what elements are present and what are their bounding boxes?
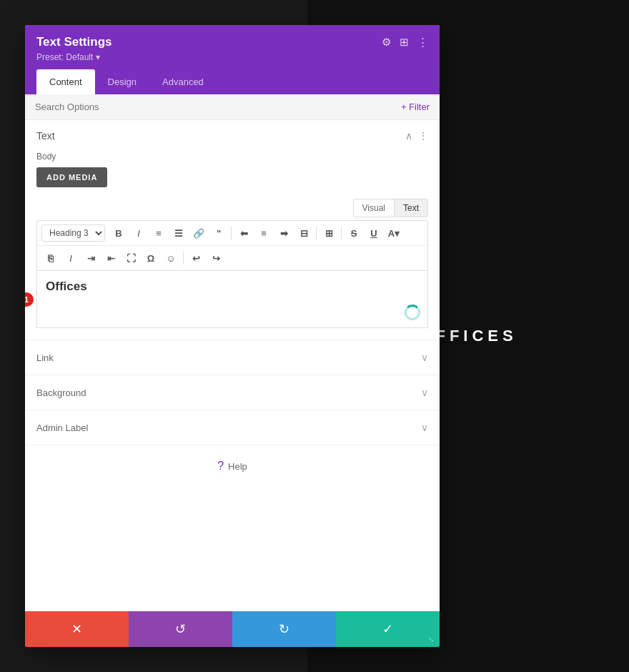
background-section-title: Background (36, 387, 86, 398)
tab-design[interactable]: Design (95, 69, 149, 94)
background-section: Background ∨ (25, 375, 440, 410)
search-input[interactable] (35, 102, 401, 112)
panel-footer: ✕ ↺ ↻ ✓ (25, 611, 440, 647)
undo-footer-button[interactable]: ↺ (129, 611, 232, 647)
underline-button[interactable]: U (365, 224, 383, 242)
link-section-header[interactable]: Link ∨ (25, 340, 440, 375)
help-text[interactable]: Help (228, 461, 247, 472)
admin-label-section-title: Admin Label (36, 423, 88, 433)
save-icon: ✓ (382, 621, 393, 637)
unordered-list-button[interactable]: ≡ (149, 224, 168, 242)
editor-toolbar: Heading 3 B I ≡ ☰ 🔗 " ⬅ ≡ ➡ ⊟ ⊞ S (36, 220, 428, 271)
toolbar-separator-1 (231, 227, 232, 239)
more-icon[interactable]: ⋮ (417, 36, 428, 49)
redo-footer-button[interactable]: ↻ (232, 611, 336, 647)
italic-button[interactable]: I (129, 224, 148, 242)
preset-label[interactable]: Preset: Default ▾ (36, 52, 428, 62)
editor-wrapper: 1 Offices (25, 271, 440, 328)
link-chevron-icon: ∨ (421, 352, 428, 363)
admin-label-chevron-icon: ∨ (421, 422, 428, 433)
indent-in-button[interactable]: ⇥ (81, 249, 100, 267)
editor-heading: Offices (46, 280, 419, 294)
align-justify-button[interactable]: ⊟ (294, 224, 313, 242)
ordered-list-button[interactable]: ☰ (169, 224, 188, 242)
text-section-title: Text (36, 130, 55, 142)
fullscreen-button[interactable]: ⛶ (122, 249, 140, 267)
admin-label-section-header[interactable]: Admin Label ∨ (25, 410, 440, 445)
section-header-icons: ∧ ⋮ (405, 130, 428, 142)
toolbar-row-2: ⎘ I ⇥ ⇤ ⛶ Ω ☺ ↩ ↪ (37, 246, 427, 270)
table-button[interactable]: ⊞ (320, 224, 338, 242)
visual-tab-button[interactable]: Visual (353, 199, 394, 217)
redo-icon: ↻ (279, 621, 289, 637)
save-button[interactable]: ✓ (336, 611, 440, 647)
align-center-button[interactable]: ≡ (254, 224, 273, 242)
toolbar-separator-4 (183, 252, 184, 265)
panel-header: Text Settings ⚙ ⊞ ⋮ Preset: Default ▾ (25, 25, 440, 69)
strikethrough-button[interactable]: S (345, 224, 363, 242)
link-button[interactable]: 🔗 (189, 224, 208, 242)
panel-title: Text Settings (36, 35, 112, 49)
indent-out-button[interactable]: ⇤ (101, 249, 120, 267)
settings-panel: Text Settings ⚙ ⊞ ⋮ Preset: Default ▾ Co… (25, 25, 440, 647)
omega-button[interactable]: Ω (142, 249, 160, 267)
italic2-button[interactable]: I (61, 249, 80, 267)
collapse-icon[interactable]: ∧ (405, 130, 412, 142)
link-section: Link ∨ (25, 340, 440, 375)
cancel-icon: ✕ (71, 621, 82, 637)
align-right-button[interactable]: ➡ (274, 224, 293, 242)
resize-handle[interactable]: ⤡ (428, 636, 438, 646)
text-section-header[interactable]: Text ∧ ⋮ (25, 120, 440, 152)
tab-content[interactable]: Content (36, 69, 95, 94)
tab-advanced[interactable]: Advanced (149, 69, 217, 94)
body-label: Body (25, 152, 440, 167)
header-icons: ⚙ ⊞ ⋮ (382, 36, 428, 49)
link-section-title: Link (36, 352, 54, 363)
redo-button[interactable]: ↪ (207, 249, 225, 267)
undo-button[interactable]: ↩ (187, 249, 205, 267)
badge-1: 1 (25, 292, 34, 307)
help-icon: ? (217, 460, 224, 473)
toolbar-separator-2 (316, 227, 317, 239)
more-options-icon[interactable]: ⋮ (418, 130, 428, 142)
search-bar: + Filter (25, 94, 440, 120)
background-chevron-icon: ∨ (421, 387, 428, 398)
panel-body: Text ∧ ⋮ Body ADD MEDIA Visual Text Head… (25, 120, 440, 611)
loading-spinner (405, 305, 420, 320)
filter-button[interactable]: + Filter (401, 102, 430, 112)
heading-select[interactable]: Heading 3 (41, 224, 105, 242)
emoji-button[interactable]: ☺ (162, 249, 180, 267)
background-section-header[interactable]: Background ∨ (25, 375, 440, 410)
add-media-button[interactable]: ADD MEDIA (36, 167, 107, 187)
editor-content[interactable]: Offices (36, 271, 428, 328)
undo-icon: ↺ (175, 621, 186, 637)
help-section: ? Help (25, 445, 440, 487)
admin-label-section: Admin Label ∨ (25, 410, 440, 445)
toolbar-row-1: Heading 3 B I ≡ ☰ 🔗 " ⬅ ≡ ➡ ⊟ ⊞ S (37, 221, 427, 246)
visual-text-toggle: Visual Text (25, 196, 440, 220)
settings-icon[interactable]: ⚙ (382, 36, 391, 49)
cancel-button[interactable]: ✕ (25, 611, 129, 647)
text-tab-button[interactable]: Text (394, 199, 428, 217)
blockquote-button[interactable]: " (209, 224, 228, 242)
toolbar-separator-3 (341, 227, 342, 239)
copy-format-button[interactable]: ⎘ (41, 249, 60, 267)
font-color-button[interactable]: A▾ (385, 224, 403, 242)
columns-icon[interactable]: ⊞ (400, 36, 409, 49)
align-left-button[interactable]: ⬅ (234, 224, 253, 242)
panel-tabs: Content Design Advanced (25, 69, 440, 94)
text-section: Text ∧ ⋮ Body ADD MEDIA Visual Text Head… (25, 120, 440, 340)
bold-button[interactable]: B (109, 224, 128, 242)
